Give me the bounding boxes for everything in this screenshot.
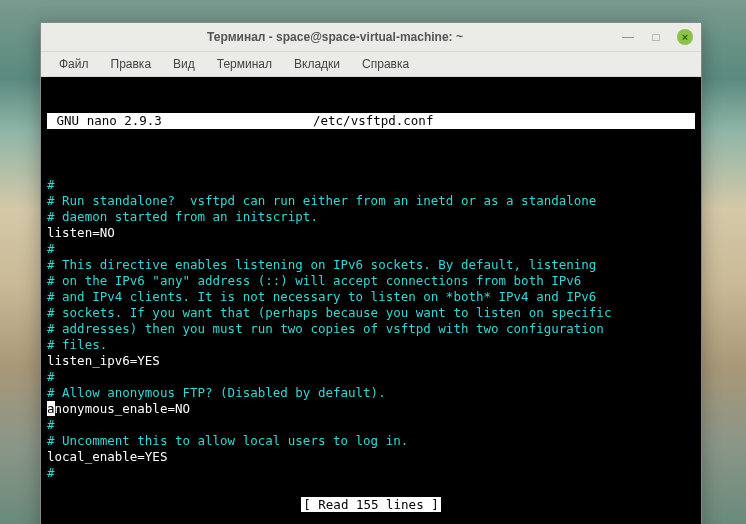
editor-line[interactable]: # Allow anonymous FTP? (Disabled by defa…: [47, 385, 695, 401]
editor-content[interactable]: ## Run standalone? vsftpd can run either…: [47, 177, 695, 481]
status-message: [ Read 155 lines ]: [301, 497, 440, 512]
menubar: Файл Правка Вид Терминал Вкладки Справка: [41, 52, 701, 77]
editor-line[interactable]: #: [47, 417, 695, 433]
close-button[interactable]: ×: [677, 29, 693, 45]
menu-terminal[interactable]: Терминал: [207, 54, 282, 74]
menu-tabs[interactable]: Вкладки: [284, 54, 350, 74]
menu-help[interactable]: Справка: [352, 54, 419, 74]
titlebar[interactable]: Терминал - space@space-virtual-machine: …: [41, 23, 701, 52]
minimize-button[interactable]: —: [621, 30, 635, 44]
menu-file[interactable]: Файл: [49, 54, 99, 74]
editor-line[interactable]: # and IPv4 clients. It is not necessary …: [47, 289, 695, 305]
editor-header: GNU nano 2.9.3 /etc/vsftpd.conf: [47, 113, 695, 129]
status-line: [ Read 155 lines ]: [47, 497, 695, 513]
editor-line[interactable]: #: [47, 241, 695, 257]
editor-line[interactable]: #: [47, 369, 695, 385]
terminal-window: Терминал - space@space-virtual-machine: …: [40, 22, 702, 524]
menu-edit[interactable]: Правка: [101, 54, 162, 74]
editor-line[interactable]: #: [47, 465, 695, 481]
terminal-body[interactable]: GNU nano 2.9.3 /etc/vsftpd.conf ## Run s…: [41, 77, 701, 524]
editor-line[interactable]: listen_ipv6=YES: [47, 353, 695, 369]
editor-line[interactable]: # on the IPv6 "any" address (::) will ac…: [47, 273, 695, 289]
maximize-button[interactable]: □: [649, 30, 663, 44]
editor-line[interactable]: # files.: [47, 337, 695, 353]
editor-line[interactable]: # addresses) then you must run two copie…: [47, 321, 695, 337]
editor-line[interactable]: listen=NO: [47, 225, 695, 241]
editor-line[interactable]: # This directive enables listening on IP…: [47, 257, 695, 273]
text-cursor: a: [47, 401, 55, 416]
window-title: Терминал - space@space-virtual-machine: …: [49, 30, 621, 44]
editor-line[interactable]: local_enable=YES: [47, 449, 695, 465]
editor-line[interactable]: # sockets. If you want that (perhaps bec…: [47, 305, 695, 321]
editor-filename: /etc/vsftpd.conf: [171, 113, 575, 129]
blank-line: [47, 145, 695, 161]
editor-line[interactable]: # daemon started from an initscript.: [47, 209, 695, 225]
menu-view[interactable]: Вид: [163, 54, 205, 74]
editor-line[interactable]: # Uncomment this to allow local users to…: [47, 433, 695, 449]
editor-name: GNU nano 2.9.3: [47, 113, 171, 129]
editor-line[interactable]: anonymous_enable=NO: [47, 401, 695, 417]
editor-line[interactable]: #: [47, 177, 695, 193]
window-controls: — □ ×: [621, 29, 693, 45]
editor-header-right: [575, 113, 695, 129]
editor-line[interactable]: # Run standalone? vsftpd can run either …: [47, 193, 695, 209]
